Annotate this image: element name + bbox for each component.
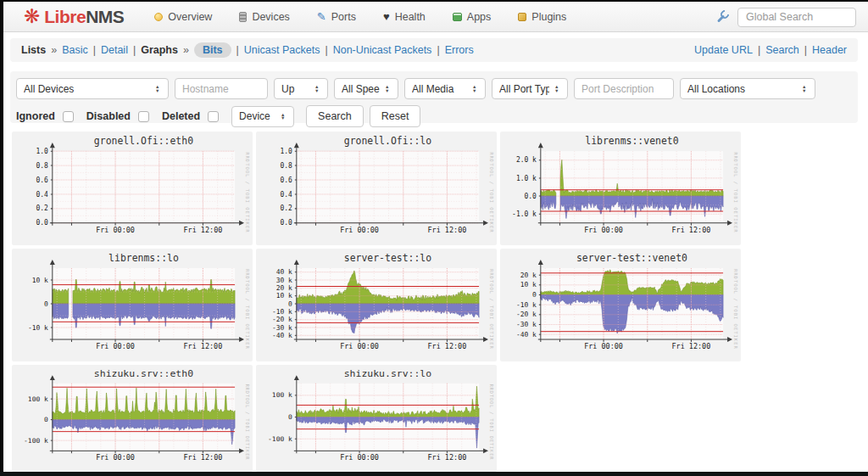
port-graph-svg: 20 k10 k0-10 k-20 k-30 k-40 kFri 00:00Fr… xyxy=(500,249,741,361)
checkbox-label-deleted: Deleted xyxy=(162,110,200,122)
sort-by-select[interactable]: Device▲▼ xyxy=(231,106,294,127)
x-tick-label: Fri 00:00 xyxy=(96,342,135,350)
y-tick-label: -10 k xyxy=(28,324,48,332)
x-tick-label: Fri 00:00 xyxy=(96,453,135,462)
hostname-input[interactable] xyxy=(175,78,268,99)
breadcrumb-actions: Update URL|Search|Header xyxy=(694,44,847,56)
port-graph-svg: 1.00.80.60.40.20.0Fri 00:00Fri 12:00gron… xyxy=(12,132,253,245)
x-tick-label: Fri 12:00 xyxy=(428,342,467,350)
y-tick-label: -40 k xyxy=(516,331,537,339)
menu-item-label: Ports xyxy=(331,11,356,23)
location-filter-select[interactable]: All Locations▲▼ xyxy=(680,78,815,99)
breadcrumb-separator: | xyxy=(236,44,239,56)
menu-item-ports[interactable]: ✎Ports xyxy=(317,11,356,23)
disabled-checkbox[interactable] xyxy=(138,111,149,122)
y-tick-label: 0.8 xyxy=(36,162,48,170)
selected-value: Device xyxy=(239,110,275,122)
deleted-checkbox[interactable] xyxy=(208,111,219,122)
menu-item-apps[interactable]: Apps xyxy=(453,11,492,23)
breadcrumb-basic[interactable]: Basic xyxy=(62,44,88,56)
graph-panel-gronell-ofi-eth0[interactable]: 1.00.80.60.40.20.0Fri 00:00Fri 12:00gron… xyxy=(12,132,253,245)
graph-title: shizuku.srv::eth0 xyxy=(94,368,193,379)
librenms-logo[interactable]: ❋ LibreNMS xyxy=(24,7,124,27)
x-tick-label: Fri 12:00 xyxy=(672,226,711,234)
y-tick-label: 0.6 xyxy=(280,176,292,184)
ignored-checkbox[interactable] xyxy=(63,111,74,122)
selected-value: All Devices xyxy=(24,83,150,95)
y-tick-label: -100 k xyxy=(24,437,48,445)
x-tick-label: Fri 12:00 xyxy=(184,226,223,234)
rrdtool-watermark: RRDTOOL / TOBI OETIKER xyxy=(245,384,250,461)
librenms-logo-text: LibreNMS xyxy=(44,7,124,27)
graph-panel-librenms-venet0[interactable]: 2.0 k1.0 k0.0-1.0 kFri 00:00Fri 12:00lib… xyxy=(500,132,741,245)
port-description-input[interactable] xyxy=(574,78,674,99)
breadcrumb-separator: | xyxy=(133,44,136,56)
breadcrumb-separator: | xyxy=(804,44,807,56)
x-tick-label: Fri 00:00 xyxy=(584,226,623,234)
y-tick-label: 0.0 xyxy=(36,219,48,227)
graph-panel-server-test-venet0[interactable]: 20 k10 k0-10 k-20 k-30 k-40 kFri 00:00Fr… xyxy=(500,249,741,361)
graph-panel-librenms-lo[interactable]: 10 k0-10 kFri 00:00Fri 12:00librenms::lo… xyxy=(12,249,253,361)
device-filter-select[interactable]: All Devices▲▼ xyxy=(16,78,169,99)
graph-title: shizuku.srv::lo xyxy=(344,368,431,379)
breadcrumb-separator: | xyxy=(437,44,439,56)
graph-panel-gronell-ofi-lo[interactable]: 1.00.80.60.40.20.0Fri 00:00Fri 12:00gron… xyxy=(256,132,497,245)
search-button[interactable]: Search xyxy=(306,105,364,127)
selected-value: All Locations xyxy=(687,83,797,95)
breadcrumb-separator: | xyxy=(758,44,760,56)
y-tick-label: 1.0 xyxy=(280,148,292,155)
y-tick-label: 1.0 xyxy=(36,148,48,155)
graph-panel-shizuku-srv-eth0[interactable]: 100 k0-100 kFri 00:00Fri 12:00shizuku.sr… xyxy=(12,365,253,472)
wrench-icon[interactable] xyxy=(715,11,727,24)
top-navbar: ❋ LibreNMS OverviewDevices✎Ports♥HealthA… xyxy=(3,2,868,32)
breadcrumb-update-url[interactable]: Update URL xyxy=(694,44,753,56)
global-search-input[interactable] xyxy=(737,8,856,27)
breadcrumb-unicast-packets[interactable]: Unicast Packets xyxy=(244,44,320,56)
breadcrumb-errors[interactable]: Errors xyxy=(445,44,474,56)
screen-edge-top xyxy=(0,0,868,2)
reset-button[interactable]: Reset xyxy=(370,105,421,127)
heart-icon: ♥ xyxy=(383,12,390,22)
media-filter-select[interactable]: All Media▲▼ xyxy=(404,78,486,99)
graph-title: librenms::lo xyxy=(108,252,179,264)
menu-item-label: Overview xyxy=(168,11,212,23)
breadcrumb-search[interactable]: Search xyxy=(765,44,799,56)
y-tick-label: -30 k xyxy=(272,324,292,332)
graph-title: gronell.Ofi::lo xyxy=(344,135,431,147)
port-graph-svg: 100 k0-100 kFri 00:00Fri 12:00shizuku.sr… xyxy=(256,365,497,472)
graph-panel-shizuku-srv-lo[interactable]: 100 k0-100 kFri 00:00Fri 12:00shizuku.sr… xyxy=(256,365,497,472)
y-tick-label: 0 xyxy=(44,300,48,308)
y-tick-label: 0.4 xyxy=(280,191,292,199)
tab-bits-active[interactable]: Bits xyxy=(194,42,231,58)
x-tick-label: Fri 12:00 xyxy=(427,453,466,462)
y-tick-label: -20 k xyxy=(272,316,292,323)
select-arrows-icon: ▲▼ xyxy=(314,85,320,92)
rrdtool-watermark: RRDTOOL / TOBI OETIKER xyxy=(245,269,250,350)
port-filters-panel: All Devices▲▼Up▲▼All Speeds▲▼All Media▲▼… xyxy=(10,71,858,123)
screen-edge-bottom xyxy=(0,472,868,476)
y-tick-label: 0 xyxy=(532,291,537,299)
breadcrumb-separator: | xyxy=(93,44,96,56)
y-tick-label: 20 k xyxy=(520,272,537,279)
menu-item-plugins[interactable]: Plugins xyxy=(518,11,566,23)
breadcrumb-header[interactable]: Header xyxy=(812,44,847,56)
graph-panel-server-test-lo[interactable]: 40 k30 k20 k10 k0-10 k-20 k-30 k-40 kFri… xyxy=(256,249,497,361)
breadcrumb-non-unicast-packets[interactable]: Non-Unicast Packets xyxy=(333,44,432,56)
status-filter-select[interactable]: Up▲▼ xyxy=(274,78,328,99)
port-type-filter-select[interactable]: All Port Types▲▼ xyxy=(492,78,568,99)
menu-item-health[interactable]: ♥Health xyxy=(383,11,426,23)
select-arrows-icon: ▲▼ xyxy=(472,85,478,92)
selected-value: Up xyxy=(281,83,309,95)
rrdtool-watermark: RRDTOOL / TOBI OETIKER xyxy=(733,152,738,232)
speed-filter-select[interactable]: All Speeds▲▼ xyxy=(334,78,398,99)
menu-item-devices[interactable]: Devices xyxy=(239,11,289,23)
graph-title: librenms::venet0 xyxy=(585,135,678,147)
breadcrumb-detail[interactable]: Detail xyxy=(101,44,128,56)
menu-item-overview[interactable]: Overview xyxy=(154,11,212,23)
breadcrumb-lists: Lists xyxy=(21,44,46,56)
y-tick-label: 2.0 k xyxy=(516,156,537,164)
y-tick-label: 20 k xyxy=(276,284,292,292)
menu-item-label: Plugins xyxy=(531,11,566,23)
rrdtool-watermark: RRDTOOL / TOBI OETIKER xyxy=(489,152,494,232)
y-tick-label: 0.6 xyxy=(36,176,48,184)
